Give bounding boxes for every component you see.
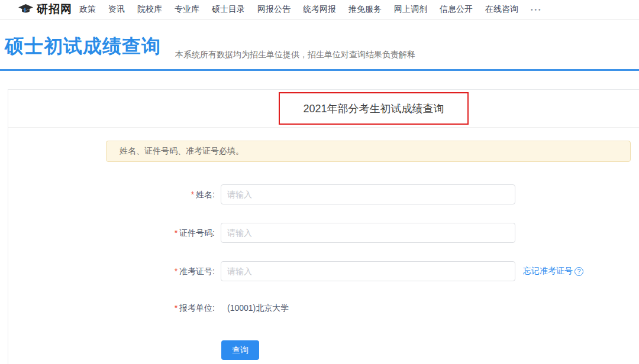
name-label: *姓名: <box>8 184 215 204</box>
nav-item-masters-catalog[interactable]: 硕士目录 <box>212 4 245 15</box>
page-title: 硕士初试成绩查询 <box>5 34 161 58</box>
nav-item-news[interactable]: 资讯 <box>108 4 125 15</box>
site-logo[interactable]: 研招网 <box>18 2 72 17</box>
nav-item-exemption-service[interactable]: 推免服务 <box>348 4 382 15</box>
site-logo-text: 研招网 <box>37 2 72 17</box>
id-number-field-row: *证件号码: <box>8 223 639 243</box>
forgot-ticket-link[interactable]: 忘记准考证号? <box>523 261 583 281</box>
required-fields-alert: 姓名、证件号码、准考证号必填。 <box>106 141 631 162</box>
nav-item-college-library[interactable]: 院校库 <box>137 4 162 15</box>
nav-item-unified-exam-registration[interactable]: 统考网报 <box>303 4 336 15</box>
alert-text: 姓名、证件号码、准考证号必填。 <box>120 146 244 157</box>
question-circle-icon: ? <box>575 267 583 276</box>
page-subtitle: 本系统所有数据均为招生单位提供，招生单位对查询结果负责解释 <box>175 50 415 60</box>
id-number-input[interactable] <box>221 223 515 243</box>
admission-ticket-label: *准考证号: <box>8 261 215 281</box>
required-asterisk: * <box>175 266 178 276</box>
admission-ticket-label-text: 准考证号: <box>179 266 215 276</box>
required-asterisk: * <box>191 190 194 199</box>
name-field-row: *姓名: <box>8 184 639 204</box>
name-input[interactable] <box>221 184 515 204</box>
nav-item-major-library[interactable]: 专业库 <box>175 4 199 15</box>
institution-field-row: *报考单位: (10001)北京大学 <box>8 298 639 318</box>
blue-divider-rule <box>0 69 639 71</box>
panel-header-divider <box>8 127 639 128</box>
name-label-text: 姓名: <box>196 190 215 199</box>
institution-value: (10001)北京大学 <box>227 298 289 318</box>
panel-title: 2021年部分考生初试成绩查询 <box>303 102 444 116</box>
forgot-ticket-link-text: 忘记准考证号 <box>523 266 573 277</box>
page: 研招网 政策 资讯 院校库 专业库 硕士目录 网报公告 统考网报 推免服务 网上… <box>0 0 639 364</box>
required-asterisk: * <box>175 303 178 313</box>
nav-more-dots-icon[interactable]: ••• <box>531 6 543 13</box>
id-number-label: *证件号码: <box>8 223 215 243</box>
nav-item-info-disclosure[interactable]: 信息公开 <box>440 4 473 15</box>
institution-label: *报考单位: <box>8 298 215 318</box>
nav-item-announcements[interactable]: 网报公告 <box>257 4 291 15</box>
query-button[interactable]: 查询 <box>221 340 259 360</box>
id-number-label-text: 证件号码: <box>179 228 215 238</box>
nav-item-policy[interactable]: 政策 <box>79 4 96 15</box>
required-asterisk: * <box>175 228 178 238</box>
main-nav: 政策 资讯 院校库 专业库 硕士目录 网报公告 统考网报 推免服务 网上调剂 信… <box>79 4 543 15</box>
nav-item-online-consult[interactable]: 在线咨询 <box>485 4 518 15</box>
query-panel: 2021年部分考生初试成绩查询 姓名、证件号码、准考证号必填。 *姓名: *证件… <box>8 89 639 364</box>
admission-ticket-field-row: *准考证号: 忘记准考证号? <box>8 261 639 281</box>
institution-label-text: 报考单位: <box>179 303 215 313</box>
top-navbar: 研招网 政策 资讯 院校库 专业库 硕士目录 网报公告 统考网报 推免服务 网上… <box>0 0 639 20</box>
panel-title-highlight-box: 2021年部分考生初试成绩查询 <box>279 92 469 125</box>
nav-item-online-adjustment[interactable]: 网上调剂 <box>394 4 427 15</box>
admission-ticket-input[interactable] <box>221 261 515 281</box>
graduation-cap-icon <box>18 4 34 15</box>
